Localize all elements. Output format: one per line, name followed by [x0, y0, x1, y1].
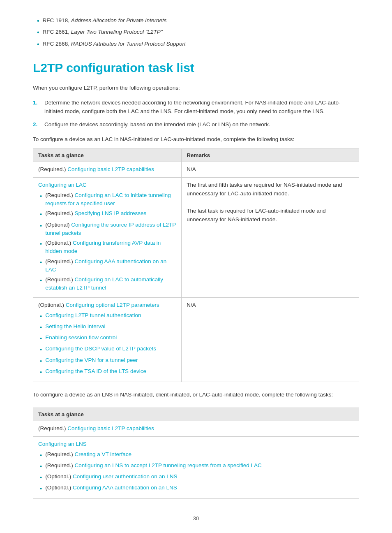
optional-group-label: (Optional.) Configuring optional L2TP pa… [38, 301, 176, 310]
remark-lac: The first and fifth tasks are required f… [182, 178, 359, 298]
page-number: 30 [33, 515, 359, 521]
lns-item-2: (Required.) Configuring an LNS to accept… [38, 461, 354, 471]
optional-item-4: Configuring the DSCP value of L2TP packe… [38, 345, 176, 354]
lac-item-1: (Required.) Configuring an LAC to initia… [38, 191, 176, 208]
numbered-steps: 1. Determine the network devices needed … [33, 98, 359, 129]
link2-basic-l2tp[interactable]: Configuring basic L2TP capabilities [67, 425, 154, 431]
col-remarks-header: Remarks [182, 149, 359, 162]
optional-item-1: Configuring L2TP tunnel authentication [38, 311, 176, 321]
link-tunnel-auth[interactable]: Configuring L2TP tunnel authentication [45, 312, 141, 318]
step-1: 1. Determine the network devices needed … [33, 98, 359, 116]
lac-item-6: (Required.) Configuring an LAC to automa… [38, 276, 176, 292]
pre-table2-text: To configure a device as an LNS in NAS-i… [33, 390, 359, 399]
optional-item-3: Enabling session flow control [38, 334, 176, 343]
lns-item-4: (Optional.) Configuring AAA authenticati… [38, 484, 354, 493]
lns-item-3: (Optional.) Configuring user authenticat… [38, 473, 354, 482]
lac-subitems: (Required.) Configuring an LAC to initia… [38, 191, 176, 292]
intro-text: When you configure L2TP, perform the fol… [33, 83, 359, 93]
table-row-optional: (Optional.) Configuring optional L2TP pa… [33, 297, 359, 382]
link-lns-accept[interactable]: Configuring an LNS to accept L2TP tunnel… [75, 462, 262, 468]
section-title: L2TP configuration task list [33, 60, 359, 75]
lac-item-5: (Required.) Configuring AAA authenticati… [38, 257, 176, 274]
lac-item-2: (Required.) Specifying LNS IP addresses [38, 209, 176, 219]
lns-item-1: (Required.) Creating a VT interface [38, 450, 354, 460]
optional-subitems: Configuring L2TP tunnel authentication S… [38, 311, 176, 377]
col2-tasks-header: Tasks at a glance [33, 408, 359, 421]
link-vpn-peer[interactable]: Configuring the VPN for a tunnel peer [45, 357, 138, 363]
task2-lns-group: Configuring an LNS (Required.) Creating … [33, 436, 359, 498]
step-2: 2. Configure the devices accordingly, ba… [33, 120, 359, 129]
task-optional-group: (Optional.) Configuring optional L2TP pa… [33, 297, 182, 382]
bullet-item-rfc2661: RFC 2661, Layer Two Tunneling Protocol "… [33, 28, 359, 37]
top-bullet-list: RFC 1918, Address Allocation for Private… [33, 16, 359, 49]
pre-table1-text: To configure a device as an LAC in NAS-i… [33, 135, 359, 144]
bullet-item-rfc2868: RFC 2868, RADIUS Attributes for Tunnel P… [33, 40, 359, 49]
lns-task-table: Tasks at a glance (Required.) Configurin… [33, 408, 359, 499]
lac-group-label: Configuring an LAC [38, 181, 176, 190]
link-user-auth-lns[interactable]: Configuring user authentication on an LN… [73, 473, 177, 480]
link-aaa-lns[interactable]: Configuring AAA authentication on an LNS [73, 484, 177, 491]
task2-basic-l2tp: (Required.) Configuring basic L2TP capab… [33, 421, 359, 436]
lns-group-label: Configuring an LNS [38, 440, 354, 449]
table-row-lac: Configuring an LAC (Required.) Configuri… [33, 178, 359, 298]
link-basic-l2tp[interactable]: Configuring basic L2TP capabilities [67, 166, 154, 172]
task-basic-l2tp: (Required.) Configuring basic L2TP capab… [33, 162, 182, 178]
optional-item-2: Setting the Hello interval [38, 322, 176, 332]
link-dscp[interactable]: Configuring the DSCP value of L2TP packe… [45, 345, 156, 352]
lac-item-3: (Optional) Configuring the source IP add… [38, 221, 176, 238]
optional-item-6: Configuring the TSA ID of the LTS device [38, 367, 176, 377]
task-lac-group: Configuring an LAC (Required.) Configuri… [33, 178, 182, 298]
table2-row-basic: (Required.) Configuring basic L2TP capab… [33, 421, 359, 436]
table2-row-lns: Configuring an LNS (Required.) Creating … [33, 436, 359, 498]
link-hello-interval[interactable]: Setting the Hello interval [45, 323, 105, 329]
remark-basic-l2tp: N/A [182, 162, 359, 178]
link-optional-l2tp[interactable]: Configuring optional L2TP parameters [66, 302, 159, 308]
remark-optional: N/A [182, 297, 359, 382]
link-lns-ip[interactable]: Specifying LNS IP addresses [75, 210, 147, 216]
lac-item-4: (Optional.) Configuring transferring AVP… [38, 239, 176, 256]
link-create-vt[interactable]: Creating a VT interface [75, 451, 132, 457]
link-session-flow[interactable]: Enabling session flow control [45, 334, 117, 341]
table-row: (Required.) Configuring basic L2TP capab… [33, 162, 359, 178]
bullet-item-rfc1918: RFC 1918, Address Allocation for Private… [33, 16, 359, 25]
lns-subitems: (Required.) Creating a VT interface (Req… [38, 450, 354, 494]
col-tasks-header: Tasks at a glance [33, 149, 182, 162]
optional-item-5: Configuring the VPN for a tunnel peer [38, 356, 176, 366]
link-tsa-id[interactable]: Configuring the TSA ID of the LTS device [45, 368, 146, 374]
lac-task-table: Tasks at a glance Remarks (Required.) Co… [33, 148, 359, 382]
